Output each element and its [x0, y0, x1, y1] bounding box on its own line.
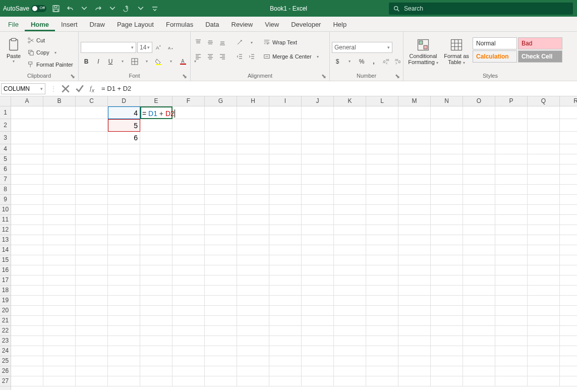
cell[interactable]: [43, 275, 76, 286]
italic-button[interactable]: I: [93, 56, 104, 67]
cell[interactable]: [205, 185, 237, 195]
touch-mouse-icon[interactable]: [122, 4, 131, 13]
row-header[interactable]: 27: [0, 376, 11, 386]
cell[interactable]: [398, 286, 431, 296]
cell[interactable]: [334, 205, 366, 215]
column-header[interactable]: G: [205, 96, 237, 106]
row-header[interactable]: 14: [0, 245, 11, 255]
cell[interactable]: [172, 195, 205, 205]
cell[interactable]: [108, 316, 140, 326]
cell[interactable]: [108, 185, 140, 195]
cell[interactable]: [528, 346, 560, 356]
cell[interactable]: [237, 306, 269, 316]
cell[interactable]: [495, 255, 528, 265]
cell[interactable]: [528, 245, 560, 255]
cell[interactable]: [43, 144, 76, 154]
cell[interactable]: [398, 185, 431, 195]
cell[interactable]: [495, 366, 528, 376]
cell[interactable]: [108, 336, 140, 346]
cell[interactable]: [528, 132, 560, 144]
cell[interactable]: [237, 376, 269, 386]
cell[interactable]: [43, 346, 76, 356]
tab-data[interactable]: Data: [199, 18, 225, 31]
cell[interactable]: [108, 164, 140, 175]
cell[interactable]: [11, 185, 43, 195]
cell[interactable]: [237, 275, 269, 286]
cell[interactable]: [76, 154, 108, 164]
fill-color-dropdown-icon[interactable]: ▾: [165, 56, 177, 67]
number-dialog-launcher-icon[interactable]: ⬊: [395, 73, 401, 79]
cell[interactable]: [269, 164, 302, 175]
cell[interactable]: [528, 144, 560, 154]
cell[interactable]: [43, 336, 76, 346]
cell[interactable]: [140, 205, 172, 215]
row-header[interactable]: 11: [0, 215, 11, 225]
cell[interactable]: [431, 286, 463, 296]
cell[interactable]: [334, 336, 366, 346]
cell[interactable]: [560, 376, 577, 386]
cell[interactable]: [495, 175, 528, 185]
cell[interactable]: [560, 275, 577, 286]
cell[interactable]: [560, 119, 577, 132]
row-header[interactable]: 10: [0, 205, 11, 215]
cell[interactable]: [495, 245, 528, 255]
cell[interactable]: [431, 245, 463, 255]
conditional-formatting-button[interactable]: Conditional Formatting ▾: [406, 34, 441, 69]
cell[interactable]: [237, 366, 269, 376]
cell[interactable]: [172, 346, 205, 356]
cell[interactable]: [172, 175, 205, 185]
row-header[interactable]: 24: [0, 346, 11, 356]
tab-review[interactable]: Review: [225, 18, 259, 31]
cell[interactable]: [495, 119, 528, 132]
cell[interactable]: [528, 286, 560, 296]
cell[interactable]: [528, 225, 560, 235]
cell[interactable]: [560, 106, 577, 119]
cell[interactable]: [172, 255, 205, 265]
cell[interactable]: [302, 245, 334, 255]
cell[interactable]: [43, 326, 76, 336]
cell[interactable]: [302, 215, 334, 225]
cell[interactable]: [334, 106, 366, 119]
row-header[interactable]: 25: [0, 356, 11, 366]
cell[interactable]: [431, 336, 463, 346]
cell[interactable]: [205, 265, 237, 275]
font-size-selector[interactable]: 14▾: [137, 42, 152, 53]
cell[interactable]: [11, 286, 43, 296]
cell[interactable]: [172, 164, 205, 175]
cell[interactable]: [108, 215, 140, 225]
tab-page-layout[interactable]: Page Layout: [111, 18, 160, 31]
customize-qat-icon[interactable]: [150, 4, 159, 13]
cell[interactable]: [302, 376, 334, 386]
cell[interactable]: 5: [108, 119, 140, 132]
cell[interactable]: [398, 306, 431, 316]
cell[interactable]: [528, 306, 560, 316]
cell[interactable]: [431, 235, 463, 245]
cell[interactable]: [366, 296, 398, 306]
cell[interactable]: [560, 316, 577, 326]
cell[interactable]: [560, 164, 577, 175]
cell[interactable]: [302, 275, 334, 286]
cell[interactable]: [528, 119, 560, 132]
cell[interactable]: [43, 119, 76, 132]
cell[interactable]: [528, 215, 560, 225]
cell[interactable]: [205, 195, 237, 205]
cell[interactable]: [560, 175, 577, 185]
cell[interactable]: [463, 185, 495, 195]
cell[interactable]: [76, 265, 108, 275]
cell[interactable]: [495, 306, 528, 316]
cell[interactable]: [528, 175, 560, 185]
cell[interactable]: [269, 366, 302, 376]
cell[interactable]: [108, 195, 140, 205]
cell[interactable]: [302, 306, 334, 316]
cell[interactable]: [302, 154, 334, 164]
name-box[interactable]: COLUMN ▾: [1, 83, 45, 94]
cell[interactable]: [43, 185, 76, 195]
cell[interactable]: [43, 175, 76, 185]
cut-button[interactable]: Cut: [25, 35, 75, 46]
cell[interactable]: [108, 154, 140, 164]
cell[interactable]: [205, 175, 237, 185]
clipboard-dialog-launcher-icon[interactable]: ⬊: [70, 73, 76, 79]
cell[interactable]: [205, 132, 237, 144]
cell[interactable]: [463, 275, 495, 286]
row-header[interactable]: 19: [0, 296, 11, 306]
